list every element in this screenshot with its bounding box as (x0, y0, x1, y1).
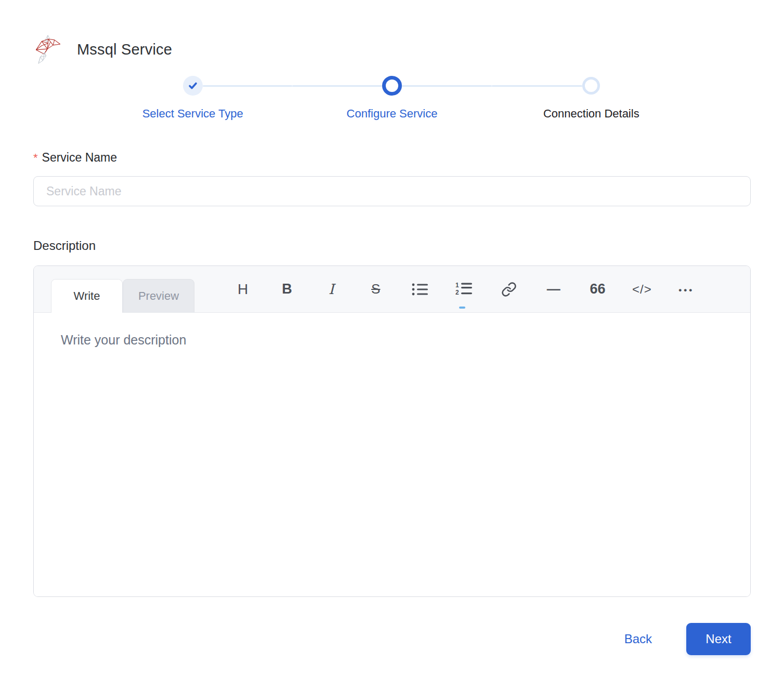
service-name-input[interactable] (33, 176, 751, 206)
track-segment (203, 85, 293, 87)
unordered-list-icon (411, 282, 429, 297)
heading-button[interactable]: H (232, 277, 253, 301)
ordered-list-button[interactable]: 1 2 (454, 277, 475, 301)
link-button[interactable] (499, 277, 519, 301)
step-label: Select Service Type (142, 107, 243, 121)
check-icon (188, 81, 198, 91)
step-connection-details[interactable]: Connection Details (492, 75, 691, 121)
step-completed-circle (183, 76, 203, 96)
wizard-footer: Back Next (33, 623, 751, 687)
strikethrough-button[interactable]: S (365, 277, 386, 301)
track-segment (292, 85, 382, 87)
description-label: Description (33, 238, 751, 253)
unordered-list-button[interactable] (410, 277, 430, 301)
step-active-circle (382, 76, 402, 96)
service-name-label: * Service Name (33, 151, 751, 165)
sql-server-logo-icon (33, 34, 63, 64)
editor-write-area (34, 313, 750, 596)
editor-tabs: Write Preview (51, 266, 194, 312)
description-editor: Write Preview H B I S (33, 265, 751, 597)
quote-button[interactable]: 66 (587, 277, 608, 301)
ordered-list-caret (459, 307, 465, 309)
bold-button[interactable]: B (277, 277, 297, 301)
description-textarea[interactable] (34, 313, 750, 596)
step-upcoming-circle (582, 77, 600, 95)
back-button[interactable]: Back (624, 632, 652, 646)
step-label: Connection Details (543, 107, 639, 121)
ordered-list-icon: 1 2 (455, 282, 473, 297)
link-icon (501, 282, 517, 297)
required-asterisk: * (33, 151, 38, 165)
next-button[interactable]: Next (686, 623, 751, 655)
italic-button[interactable]: I (321, 277, 342, 301)
page-title: Mssql Service (77, 41, 172, 58)
editor-toolbar: Write Preview H B I S (34, 266, 750, 313)
step-select-service-type[interactable]: Select Service Type (93, 75, 292, 121)
tab-write[interactable]: Write (51, 279, 123, 313)
horizontal-rule-button[interactable]: — (543, 277, 564, 301)
track-segment (492, 85, 583, 87)
tab-preview[interactable]: Preview (123, 279, 194, 312)
editor-tool-buttons: H B I S (194, 266, 750, 312)
more-options-button[interactable]: ••• (676, 277, 697, 301)
step-configure-service[interactable]: Configure Service (292, 75, 491, 121)
step-label: Configure Service (347, 107, 438, 121)
svg-text:1: 1 (455, 282, 459, 289)
service-name-label-text: Service Name (42, 151, 117, 165)
configure-service-page: Mssql Service Select Service Type C (0, 0, 784, 687)
wizard-stepper: Select Service Type Configure Service Co… (93, 75, 691, 121)
page-header: Mssql Service (33, 34, 751, 64)
svg-text:2: 2 (455, 289, 459, 296)
code-button[interactable]: </> (632, 277, 652, 301)
track-segment (402, 85, 492, 87)
